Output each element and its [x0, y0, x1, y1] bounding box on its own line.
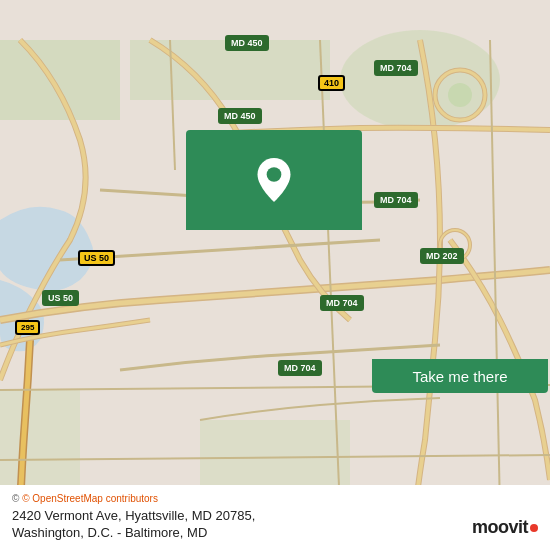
green-card [186, 130, 362, 230]
road-badge-410: 410 [318, 75, 345, 91]
map-container: MD 450 MD 450 410 MD 704 MD 704 MD 704 M… [0, 0, 550, 550]
location-card: Take me there [186, 130, 362, 230]
road-badge-md704-right: MD 704 [374, 192, 418, 208]
moovit-logo: moovit [472, 517, 538, 538]
road-badge-md450-top: MD 450 [225, 35, 269, 51]
road-badge-md450-mid: MD 450 [218, 108, 262, 124]
osm-link[interactable]: © OpenStreetMap contributors [22, 493, 158, 504]
svg-point-16 [267, 167, 282, 182]
take-me-there-button[interactable]: Take me there [372, 359, 548, 393]
road-badge-md202: MD 202 [420, 248, 464, 264]
road-badge-md704-center: MD 704 [320, 295, 364, 311]
road-badge-md459: US 50 [42, 290, 79, 306]
road-badge-295: 295 [15, 320, 40, 335]
bottom-bar: © © OpenStreetMap contributors 2420 Verm… [0, 485, 550, 550]
attribution: © © OpenStreetMap contributors [12, 493, 538, 504]
moovit-text: moovit [472, 517, 528, 538]
map-background [0, 0, 550, 550]
road-badge-md704-lower: MD 704 [278, 360, 322, 376]
moovit-dot-icon [530, 524, 538, 532]
svg-point-13 [448, 83, 472, 107]
location-pin-icon [256, 158, 292, 202]
address-line1: 2420 Vermont Ave, Hyattsville, MD 20785, [12, 508, 538, 523]
svg-rect-1 [0, 40, 120, 120]
road-badge-md704-top: MD 704 [374, 60, 418, 76]
address-line2: Washington, D.C. - Baltimore, MD [12, 525, 538, 540]
road-badge-us50: US 50 [78, 250, 115, 266]
